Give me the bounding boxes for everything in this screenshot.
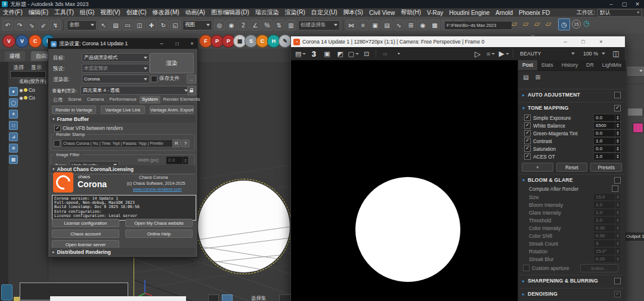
render-stamp-input[interactable]: Chaos Corona | %c | Time: %pt | Passes: … bbox=[61, 139, 174, 147]
value-spinner[interactable]: 0.0 bbox=[593, 114, 621, 122]
value-spinner[interactable]: 1.0 bbox=[593, 201, 621, 209]
render-dialog-tab[interactable]: Scene bbox=[66, 96, 84, 104]
lock-view-button[interactable] bbox=[187, 86, 196, 95]
about-button[interactable]: License configuration bbox=[52, 219, 119, 227]
value-spinner[interactable]: 0.20 bbox=[593, 255, 621, 263]
render-dialog-tab[interactable]: 公用 bbox=[51, 96, 65, 104]
menu-item[interactable]: 工具(T) bbox=[51, 8, 77, 17]
denoising-section[interactable]: ▸ DENOISING bbox=[518, 288, 626, 299]
distributed-rendering-rollout-header[interactable]: ▸ Distributed Rendering bbox=[50, 248, 196, 256]
value-spinner[interactable]: 1.0 bbox=[593, 137, 621, 145]
snaps-toggle-icon[interactable]: 2 bbox=[238, 20, 249, 30]
menu-item[interactable]: 组(G) bbox=[77, 8, 97, 17]
command-panel-dropdown[interactable] bbox=[627, 67, 644, 76]
angle-snap-icon[interactable]: ∠ bbox=[250, 20, 261, 30]
redo-icon[interactable]: ↷ bbox=[14, 20, 25, 30]
ribbon-toggle-icon[interactable]: ▤ bbox=[382, 20, 392, 30]
filter-all-icon[interactable]: ▦ bbox=[9, 155, 18, 164]
bind-to-space-warp-icon[interactable]: ↯ bbox=[50, 20, 61, 30]
scene-object-row[interactable]: ◉ Co bbox=[19, 86, 48, 94]
unlink-selection-icon[interactable]: ⇙ bbox=[38, 20, 49, 30]
autobackup-clock-icon[interactable]: ◷ bbox=[558, 18, 570, 30]
custom-aperture-checkbox[interactable] bbox=[523, 265, 530, 271]
filter-width-spinner[interactable]: 2.0 bbox=[166, 156, 188, 165]
material-editor-icon[interactable]: ◉ bbox=[417, 20, 428, 30]
row-checkbox[interactable] bbox=[524, 138, 531, 144]
eye-icon[interactable]: ◉ bbox=[19, 88, 23, 93]
select-and-rotate-icon[interactable]: ↻ bbox=[158, 20, 169, 30]
menu-item[interactable]: Arnold bbox=[493, 10, 516, 16]
selection-set-dropdown[interactable] bbox=[279, 294, 291, 301]
vfb-close-button[interactable]: × bbox=[594, 36, 608, 47]
preset-dropdown[interactable]: 未选定预设 bbox=[82, 64, 150, 73]
command-panel-field[interactable] bbox=[628, 108, 642, 116]
select-and-manipulate-icon[interactable]: ◉ bbox=[226, 20, 237, 30]
render-mode-icon[interactable]: ▶ bbox=[499, 48, 509, 59]
bulb-icon[interactable] bbox=[24, 88, 27, 92]
value-spinner[interactable]: 1.0 bbox=[593, 153, 621, 160]
align-icon[interactable]: ≡ bbox=[358, 20, 369, 30]
value-spinner[interactable]: 0.0 bbox=[593, 129, 621, 137]
render-region-icon[interactable]: ▢ bbox=[348, 48, 358, 59]
view-to-render-dropdown[interactable]: 四元菜单 4 - 透视 bbox=[80, 86, 190, 95]
select-and-move-icon[interactable]: ✚ bbox=[146, 20, 157, 30]
color-swatch[interactable] bbox=[633, 123, 643, 133]
compute-after-render-checkbox[interactable] bbox=[612, 185, 618, 192]
rectangular-selection-region-icon[interactable]: ▭ bbox=[122, 20, 133, 30]
scene-explorer-search-input[interactable] bbox=[10, 71, 46, 78]
menu-item[interactable]: 渲染(R) bbox=[282, 8, 308, 17]
window-crossing-icon[interactable]: ◫ bbox=[134, 20, 145, 30]
maxscript-icon[interactable] bbox=[14, 297, 20, 301]
tone-mapping-button[interactable]: Presets bbox=[590, 163, 622, 172]
selection-filter-dropdown[interactable]: 全部 bbox=[67, 20, 97, 30]
pencil-tool-icon[interactable]: ✎ bbox=[278, 35, 292, 48]
render-dialog-tab[interactable]: Render Elements bbox=[161, 96, 203, 104]
workspace-dropdown[interactable]: 默认 ▾ bbox=[597, 9, 642, 17]
denoising-checkbox[interactable] bbox=[614, 291, 621, 297]
filter-helpers-icon[interactable]: ⊿ bbox=[9, 132, 18, 141]
tone-mapping-button[interactable]: Reset bbox=[556, 163, 588, 172]
filter-lights-icon[interactable]: ☀ bbox=[9, 110, 18, 119]
about-button[interactable]: Chaos account bbox=[52, 229, 119, 238]
render-dialog-tab[interactable]: Camera bbox=[85, 96, 106, 104]
vfb-panel-tab[interactable]: LightMix bbox=[598, 60, 626, 70]
checkbox[interactable] bbox=[54, 125, 61, 132]
menu-item[interactable]: Civil View bbox=[366, 10, 398, 16]
import-folder-icon[interactable]: ▱ bbox=[534, 20, 540, 28]
duplicate-to-history-icon[interactable]: ▣ bbox=[321, 48, 332, 59]
vfb-panel-tab[interactable]: History bbox=[558, 60, 582, 70]
mirror-icon[interactable]: ⋈ bbox=[346, 20, 357, 30]
row-checkbox[interactable] bbox=[524, 153, 531, 160]
output-button[interactable]: Output 1 bbox=[625, 232, 644, 241]
export-folder-icon[interactable]: ▱ bbox=[546, 20, 551, 28]
scene-explorer-column-header[interactable]: 名称(按升序) bbox=[18, 78, 49, 85]
bloom-glare-section[interactable]: ▾ BLOOM & GLARE bbox=[518, 174, 626, 185]
row-checkbox[interactable] bbox=[524, 145, 531, 152]
select-object-icon[interactable]: ↖ bbox=[98, 20, 109, 30]
dialog-close-button[interactable]: × bbox=[186, 40, 198, 48]
maxscript-mini-listener[interactable] bbox=[50, 296, 186, 301]
dialog-minimize-button[interactable]: – bbox=[156, 40, 168, 48]
row-checkbox[interactable] bbox=[524, 130, 531, 136]
filter-shapes-icon[interactable]: ◯ bbox=[9, 98, 18, 107]
layer-manager-icon[interactable]: ▣ bbox=[370, 20, 380, 30]
zoom-dropdown[interactable]: 100 % bbox=[581, 49, 608, 58]
save-folder-icon[interactable]: ▱ bbox=[523, 20, 528, 28]
menu-item[interactable]: 修改器(M) bbox=[150, 8, 182, 17]
selection-lock-icon[interactable] bbox=[222, 294, 233, 301]
checkbox[interactable] bbox=[151, 76, 157, 82]
isolate-selection-icon[interactable] bbox=[208, 294, 219, 301]
vfb-render-image[interactable] bbox=[291, 60, 518, 301]
auto-adjustment-checkbox[interactable] bbox=[614, 92, 621, 98]
menu-item[interactable]: 瑞云渲染 bbox=[252, 8, 282, 17]
ribbon-tab[interactable]: 建模 bbox=[5, 51, 25, 61]
start-render-icon[interactable]: ▷ bbox=[472, 48, 483, 59]
value-spinner[interactable]: 0.30 bbox=[593, 224, 621, 232]
eye-icon[interactable]: ◉ bbox=[19, 95, 23, 101]
render-stamp-checkbox[interactable] bbox=[54, 140, 60, 147]
aperture-editor-button[interactable]: Editor... bbox=[580, 264, 618, 272]
bulb-icon[interactable] bbox=[24, 96, 27, 100]
save-config-icon[interactable]: ▤ bbox=[522, 73, 530, 82]
menu-item[interactable]: 编辑(E) bbox=[26, 8, 51, 17]
menu-item[interactable]: Houdini Engine bbox=[446, 10, 493, 16]
